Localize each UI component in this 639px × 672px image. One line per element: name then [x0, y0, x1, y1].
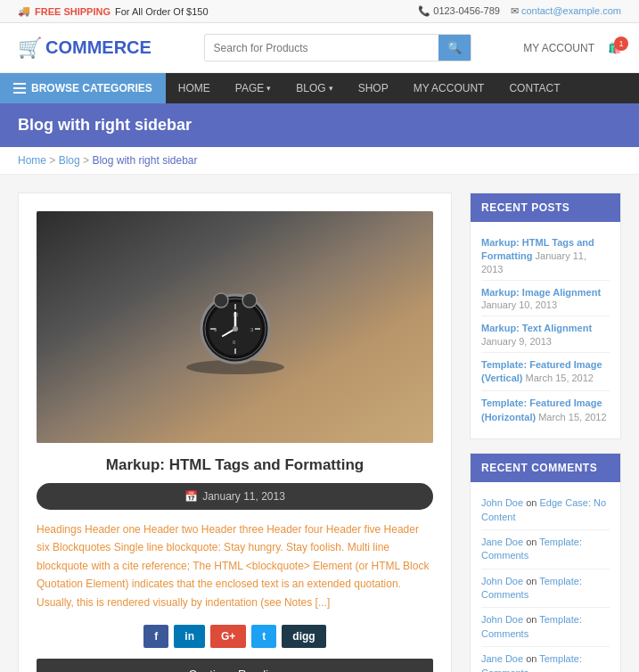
contact-info: 📞 0123-0456-789 ✉ contact@example.com [418, 5, 621, 17]
email-link[interactable]: contact@example.com [521, 5, 621, 16]
page-arrow: ▾ [266, 84, 271, 93]
nav-home[interactable]: HOME [166, 73, 223, 103]
browse-label: BROWSE CATEGORIES [31, 82, 152, 94]
calendar-icon: 📅 [184, 490, 198, 503]
list-item: John Doe on Template: Comments [481, 570, 610, 609]
breadcrumb: Home > Blog > Blog with right sidebar [0, 147, 639, 175]
recent-post-link[interactable]: Markup: Image Alignment [481, 287, 601, 298]
list-item: Markup: Image Alignment January 10, 2013 [481, 281, 610, 316]
svg-point-16 [233, 326, 238, 332]
list-item: Template: Featured Image (Vertical) Marc… [481, 353, 610, 392]
nav-blog[interactable]: BLOG ▾ [283, 73, 345, 103]
email-info: ✉ contact@example.com [511, 5, 621, 17]
nav-shop[interactable]: SHOP [346, 73, 401, 103]
search-button[interactable]: 🔍 [438, 35, 471, 61]
recent-post-date: March 15, 2012 [538, 412, 606, 422]
recent-comments-widget: RECENT COMMENTS John Doe on Edge Case: N… [470, 453, 621, 672]
svg-text:12: 12 [233, 312, 239, 317]
blog-area: 12 6 9 3 Markup: HTML Tags and Formattin… [18, 193, 452, 672]
phone-info: 📞 0123-0456-789 [418, 5, 500, 17]
shipping-notice: 🚚 FREE SHIPPING For All Order Of $150 [18, 5, 209, 17]
recent-post-link[interactable]: Markup: Text Alignment [481, 323, 592, 333]
recent-posts-widget: RECENT POSTS Markup: HTML Tags and Forma… [470, 193, 621, 439]
comment-author[interactable]: Jane Doe [481, 653, 523, 664]
nav-my-account[interactable]: MY ACCOUNT [401, 73, 497, 103]
nav-contact[interactable]: CONTACT [496, 73, 572, 103]
clock-illustration: 12 6 9 3 [182, 274, 289, 381]
list-item: Markup: Text Alignment January 9, 2013 [481, 316, 610, 352]
list-item: Jane Doe on Template: Comments [481, 530, 610, 570]
comment-author[interactable]: John Doe [481, 614, 523, 625]
list-item: Template: Featured Image (Horizontal) Ma… [481, 391, 610, 430]
shipping-rest: For All Order Of $150 [115, 6, 209, 17]
blog-arrow: ▾ [329, 84, 333, 93]
sidebar: RECENT POSTS Markup: HTML Tags and Forma… [470, 193, 621, 672]
my-account-link[interactable]: MY ACCOUNT [523, 42, 594, 54]
main-nav: BROWSE CATEGORIES HOME PAGE ▾ BLOG ▾ SHO… [0, 73, 639, 103]
search-bar: 🔍 [204, 34, 471, 61]
recent-post-date: January 10, 2013 [481, 299, 557, 310]
header: 🛒 COMMERCE 🔍 MY ACCOUNT 🛍️ 1 [0, 23, 639, 73]
googleplus-share-button[interactable]: G+ [210, 625, 246, 648]
cart-logo-icon: 🛒 [18, 37, 42, 60]
svg-point-10 [214, 293, 228, 307]
nav-links: HOME PAGE ▾ BLOG ▾ SHOP MY ACCOUNT CONTA… [166, 73, 573, 103]
post-featured-image: 12 6 9 3 [37, 211, 433, 443]
truck-icon: 🚚 [18, 5, 30, 17]
main-content: 12 6 9 3 Markup: HTML Tags and Formattin… [0, 175, 639, 672]
facebook-share-button[interactable]: f [143, 625, 168, 648]
list-item: Jane Doe on Template: Comments [481, 647, 610, 672]
nav-page[interactable]: PAGE ▾ [223, 73, 283, 103]
cart-icon[interactable]: 🛍️ 1 [608, 42, 621, 54]
recent-comments-content: John Doe on Edge Case: No Content Jane D… [471, 482, 620, 672]
post-title: Markup: HTML Tags and Formatting [37, 456, 433, 474]
recent-posts-title: RECENT POSTS [471, 193, 620, 222]
breadcrumb-blog[interactable]: Blog [59, 154, 80, 167]
list-item: John Doe on Edge Case: No Content [481, 491, 610, 530]
logo-text: COMMERCE [45, 37, 152, 58]
shipping-highlight: FREE SHIPPING [35, 6, 111, 17]
header-right: MY ACCOUNT 🛍️ 1 [523, 42, 621, 54]
breadcrumb-current: Blog with right sidebar [92, 154, 197, 167]
recent-posts-content: Markup: HTML Tags and Formatting January… [471, 222, 620, 438]
recent-post-date: January 9, 2013 [481, 336, 552, 347]
post-excerpt: Headings Header one Header two Header th… [37, 520, 433, 611]
linkedin-share-button[interactable]: in [174, 625, 205, 648]
browse-categories-button[interactable]: BROWSE CATEGORIES [0, 73, 166, 103]
post-date: January 11, 2013 [202, 490, 285, 503]
search-input[interactable] [205, 36, 438, 61]
social-buttons: f in G+ t digg [37, 625, 433, 648]
breadcrumb-home[interactable]: Home [18, 154, 46, 167]
continue-reading-button[interactable]: Continue Reading [37, 659, 433, 672]
comment-author[interactable]: Jane Doe [481, 537, 523, 547]
cart-count: 1 [614, 37, 628, 51]
hamburger-icon [13, 83, 26, 94]
svg-point-11 [242, 293, 257, 307]
digg-share-button[interactable]: digg [282, 625, 325, 648]
page-title-bar: Blog with right sidebar [0, 103, 639, 147]
list-item: Markup: HTML Tags and Formatting January… [481, 231, 610, 281]
page-title: Blog with right sidebar [18, 116, 621, 135]
logo[interactable]: 🛒 COMMERCE [18, 37, 152, 60]
recent-post-date: March 15, 2012 [526, 373, 594, 383]
comment-author[interactable]: John Doe [481, 576, 523, 586]
twitter-share-button[interactable]: t [251, 625, 276, 648]
recent-comments-title: RECENT COMMENTS [471, 454, 620, 482]
list-item: John Doe on Template: Comments [481, 608, 610, 647]
post-meta: 📅 January 11, 2013 [37, 483, 433, 510]
top-bar: 🚚 FREE SHIPPING For All Order Of $150 📞 … [0, 0, 639, 23]
comment-author[interactable]: John Doe [481, 497, 523, 508]
